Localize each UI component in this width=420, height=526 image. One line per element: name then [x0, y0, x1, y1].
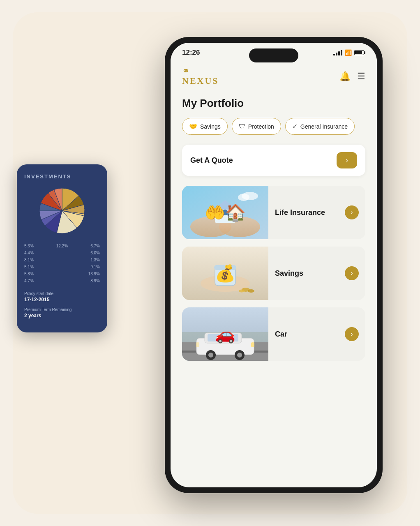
general-insurance-tab-label: General Insurance	[300, 123, 348, 130]
svg-point-16	[248, 289, 254, 293]
savings-tab-label: Savings	[200, 123, 221, 130]
svg-point-9	[238, 194, 249, 201]
battery-icon	[354, 50, 365, 55]
car-card-info: Car ›	[268, 327, 365, 341]
status-time: 12:26	[182, 48, 200, 57]
svg-rect-10	[182, 247, 268, 300]
savings-image: SAVE	[182, 247, 268, 300]
svg-rect-31	[196, 342, 199, 347]
policy-info: Policy start date 17-12-2015 Premium Ter…	[24, 291, 100, 318]
policy-start-value: 17-12-2015	[24, 297, 100, 302]
content-area: My Portfolio 🤝 Savings 🛡 Protection ✓ Ge…	[171, 93, 377, 361]
phone-frame: 12:26 📶	[165, 37, 383, 493]
svg-rect-24	[208, 334, 222, 341]
savings-card-arrow[interactable]: ›	[345, 266, 359, 280]
investments-card: INVESTMENTS 5.3% 12.2% 6.7% 4.4% 6.0% 8.…	[17, 164, 107, 332]
savings-card-info: Savings ›	[268, 266, 365, 280]
header-actions: 🔔 ☰	[339, 71, 365, 82]
life-insurance-arrow[interactable]: ›	[345, 205, 359, 219]
svg-rect-30	[251, 342, 254, 347]
status-icons: 📶	[333, 49, 365, 56]
car-card[interactable]: Car ›	[182, 307, 365, 361]
legend-row-2: 4.4% 6.0%	[24, 251, 100, 255]
quote-button[interactable]: ›	[337, 152, 357, 168]
general-insurance-tab[interactable]: ✓ General Insurance	[285, 118, 355, 135]
pie-chart	[37, 186, 87, 235]
pie-legend: 5.3% 12.2% 6.7% 4.4% 6.0% 8.1% 1.3% 5.1%…	[24, 244, 100, 283]
life-insurance-label: Life Insurance	[275, 208, 325, 217]
svg-rect-25	[224, 334, 238, 341]
savings-card[interactable]: SAVE Savings ›	[182, 247, 365, 300]
nexus-logo-text: NEXUS	[182, 76, 219, 86]
signal-icon	[333, 50, 342, 55]
nexus-rings-icon: ⚭	[182, 67, 189, 76]
svg-point-27	[208, 353, 213, 358]
protection-tab[interactable]: 🛡 Protection	[232, 118, 281, 135]
svg-text:SAVE: SAVE	[220, 276, 231, 280]
investments-title: INVESTMENTS	[24, 173, 100, 180]
svg-point-6	[222, 210, 228, 215]
car-card-label: Car	[275, 330, 287, 339]
quote-bar[interactable]: Get A Quote ›	[182, 145, 365, 176]
wifi-icon: 📶	[345, 49, 352, 56]
app-header: ⚭ NEXUS 🔔 ☰	[171, 60, 377, 93]
legend-row-3: 8.1% 1.3%	[24, 258, 100, 262]
insurance-list: Life Insurance ›	[182, 186, 365, 361]
legend-row-4: 5.1% 9.1%	[24, 265, 100, 269]
general-insurance-tab-icon: ✓	[292, 122, 298, 130]
policy-start-label: Policy start date	[24, 291, 100, 296]
phone-screen: 12:26 📶	[171, 43, 377, 487]
svg-rect-3	[215, 208, 235, 223]
life-insurance-svg	[182, 186, 268, 239]
pie-chart-container	[24, 186, 100, 235]
svg-point-5	[219, 211, 224, 216]
premium-label: Premium Term Remaining	[24, 307, 100, 312]
savings-tab[interactable]: 🤝 Savings	[182, 118, 228, 135]
car-svg	[182, 307, 268, 361]
savings-svg: SAVE	[182, 247, 268, 300]
svg-point-7	[227, 211, 232, 216]
svg-rect-13	[214, 265, 236, 270]
portfolio-title: My Portfolio	[182, 97, 365, 110]
legend-row-1: 5.3% 12.2% 6.7%	[24, 244, 100, 248]
dynamic-island	[249, 48, 298, 62]
premium-value: 2 years	[24, 313, 100, 318]
svg-point-29	[237, 353, 242, 358]
car-card-arrow[interactable]: ›	[345, 327, 359, 341]
nexus-logo: ⚭ NEXUS	[182, 67, 219, 86]
savings-card-label: Savings	[275, 269, 303, 278]
svg-point-2	[219, 217, 260, 237]
life-insurance-card[interactable]: Life Insurance ›	[182, 186, 365, 239]
tab-pills: 🤝 Savings 🛡 Protection ✓ General Insuran…	[182, 118, 365, 135]
background: INVESTMENTS 5.3% 12.2% 6.7% 4.4% 6.0% 8.…	[13, 12, 407, 514]
legend-row-5: 5.8% 13.9%	[24, 272, 100, 276]
legend-row-6: 4.7% 8.9%	[24, 279, 100, 283]
savings-tab-icon: 🤝	[189, 122, 197, 130]
svg-point-17	[239, 290, 245, 293]
protection-tab-label: Protection	[248, 123, 274, 130]
car-image	[182, 307, 268, 361]
protection-tab-icon: 🛡	[239, 123, 245, 130]
life-insurance-image	[182, 186, 268, 239]
quote-text: Get A Quote	[190, 156, 233, 165]
hamburger-menu-icon[interactable]: ☰	[357, 71, 365, 82]
bell-icon[interactable]: 🔔	[339, 71, 351, 82]
svg-rect-12	[215, 267, 235, 286]
life-insurance-info: Life Insurance ›	[268, 205, 365, 219]
